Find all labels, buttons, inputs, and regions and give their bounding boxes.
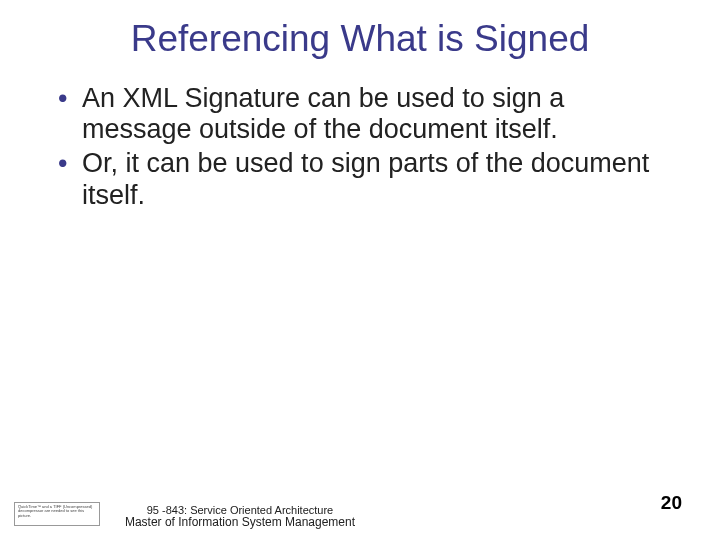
page-number: 20: [661, 492, 682, 514]
slide-footer: QuickTime™ and a TIFF (Uncompressed) dec…: [0, 484, 720, 532]
bullet-item: Or, it can be used to sign parts of the …: [58, 148, 680, 212]
bullet-item: An XML Signature can be used to sign a m…: [58, 83, 680, 147]
quicktime-placeholder: QuickTime™ and a TIFF (Uncompressed) dec…: [14, 502, 100, 526]
program-name: Master of Information System Management: [110, 516, 370, 530]
footer-text: 95 -843: Service Oriented Architecture M…: [110, 504, 370, 530]
slide-body: An XML Signature can be used to sign a m…: [0, 61, 720, 212]
slide-title: Referencing What is Signed: [0, 0, 720, 61]
